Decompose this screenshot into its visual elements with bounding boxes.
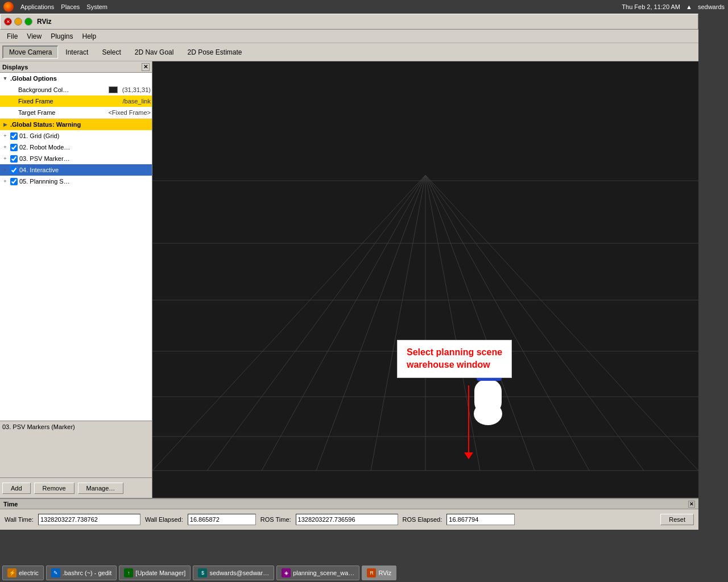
maximize-button[interactable] <box>24 18 32 26</box>
task-terminal[interactable]: $ sedwards@sedwar… <box>193 566 274 580</box>
task-planning-icon: ◈ <box>282 568 291 577</box>
expand-04: + <box>1 166 9 174</box>
annotation-text-line1: Select planning scene <box>407 346 502 359</box>
displays-tree[interactable]: ▼ .Global Options Background Col… (31,31… <box>0 73 152 421</box>
pose-estimate-button[interactable]: 2D Pose Estimate <box>181 46 248 59</box>
displays-close-button[interactable]: ✕ <box>142 63 150 71</box>
global-options-label: .Global Options <box>10 75 151 82</box>
fixed-frame-row[interactable]: Fixed Frame /base_link <box>0 95 152 107</box>
menu-file[interactable]: File <box>2 31 22 41</box>
ros-elapsed-input[interactable] <box>446 514 515 525</box>
wall-elapsed-label: Wall Elapsed: <box>145 516 183 523</box>
svg-line-17 <box>425 175 698 471</box>
window-controls: ✕ <box>4 18 32 26</box>
ros-time-input[interactable] <box>296 514 398 525</box>
label-03: 03. PSV Marker… <box>19 155 151 162</box>
close-button[interactable]: ✕ <box>4 18 12 26</box>
task-electric-icon: ⚡ <box>7 568 16 577</box>
task-planning-scene[interactable]: ◈ planning_scene_wa… <box>276 566 359 580</box>
display-row-02[interactable]: + 02. Robot Mode… <box>0 142 152 153</box>
expand-02: + <box>1 143 9 151</box>
info-text: 03. PSV Markers (Marker) <box>2 423 75 430</box>
menu-help[interactable]: Help <box>78 31 101 41</box>
svg-line-10 <box>316 175 425 471</box>
svg-line-13 <box>425 175 480 471</box>
svg-line-7 <box>152 175 425 471</box>
task-bashrc-icon: ✎ <box>51 568 60 577</box>
time-close-button[interactable]: ✕ <box>688 501 695 508</box>
task-bashrc[interactable]: ✎ .bashrc (~) - gedit <box>46 566 117 580</box>
global-status-row[interactable]: ▶ .Global Status: Warning <box>0 119 152 130</box>
displays-title: Displays <box>2 64 28 70</box>
annotation-popup: Select planning scene warehouse window <box>397 340 512 378</box>
checkbox-05[interactable] <box>10 178 18 185</box>
places-menu[interactable]: Places <box>61 3 80 10</box>
checkbox-04[interactable] <box>10 167 18 174</box>
nav-goal-button[interactable]: 2D Nav Goal <box>129 46 180 59</box>
label-02: 02. Robot Mode… <box>19 144 151 151</box>
display-row-05[interactable]: + 05. Plannning S… <box>0 176 152 187</box>
minimize-button[interactable] <box>14 18 22 26</box>
svg-line-14 <box>425 175 535 471</box>
user-label: sedwards <box>698 3 725 10</box>
ros-elapsed-label: ROS Elapsed: <box>403 516 442 523</box>
expand-icon: ▼ <box>1 74 9 82</box>
taskbar: ⚡ electric ✎ .bashrc (~) - gedit ↑ [Upda… <box>0 564 728 582</box>
display-row-04[interactable]: + 04. Interactive <box>0 164 152 176</box>
svg-rect-19 <box>474 380 502 414</box>
label-01: 01. Grid (Grid) <box>19 132 151 139</box>
task-planning-label: planning_scene_wa… <box>293 569 354 576</box>
expand-01: + <box>1 132 9 140</box>
task-electric[interactable]: ⚡ electric <box>2 566 44 580</box>
interact-button[interactable]: Interact <box>59 46 94 59</box>
checkbox-03[interactable] <box>10 155 18 163</box>
global-options-row[interactable]: ▼ .Global Options <box>0 73 152 84</box>
global-status-label: .Global Status: Warning <box>10 121 151 128</box>
task-rviz[interactable]: R RViz <box>362 566 396 580</box>
remove-button[interactable]: Remove <box>34 483 75 494</box>
system-menu[interactable]: System <box>86 3 107 10</box>
checkbox-01[interactable] <box>10 132 18 140</box>
menu-view[interactable]: View <box>22 31 46 41</box>
manage-button[interactable]: Manage… <box>78 483 124 494</box>
3d-viewport[interactable]: .grid-line { stroke: #3a3a3a; stroke-wid… <box>152 61 698 498</box>
label-05: 05. Plannning S… <box>19 178 151 185</box>
expand-05: + <box>1 177 9 185</box>
rviz-window: ✕ RViz File View Plugins Help Move Camer… <box>0 14 698 559</box>
time-header: Time ✕ <box>0 499 698 509</box>
status-expand: ▶ <box>1 120 9 128</box>
reset-button[interactable]: Reset <box>660 514 694 525</box>
wall-elapsed-input[interactable] <box>188 514 256 525</box>
color-swatch[interactable] <box>109 86 118 93</box>
task-update-manager[interactable]: ↑ [Update Manager] <box>119 566 191 580</box>
svg-line-11 <box>371 175 425 471</box>
task-terminal-label: sedwards@sedwar… <box>209 569 269 576</box>
add-button[interactable]: Add <box>2 483 31 494</box>
svg-line-9 <box>262 175 425 471</box>
menu-bar: File View Plugins Help <box>0 30 698 43</box>
background-color-value: (31,31,31) <box>122 86 151 93</box>
time-title: Time <box>3 501 18 508</box>
left-panel: Displays ✕ ▼ .Global Options Background … <box>0 61 152 498</box>
move-camera-button[interactable]: Move Camera <box>2 45 58 59</box>
checkbox-02[interactable] <box>10 144 18 151</box>
applications-menu[interactable]: Applications <box>20 3 54 10</box>
wall-time-input[interactable] <box>38 514 140 525</box>
ros-time-label: ROS Time: <box>260 516 291 523</box>
display-row-01[interactable]: + 01. Grid (Grid) <box>0 130 152 142</box>
task-rviz-icon: R <box>367 568 376 577</box>
background-color-label: Background Col… <box>18 86 109 93</box>
task-update-icon: ↑ <box>124 568 133 577</box>
expand-spacer2 <box>9 97 17 105</box>
menu-plugins[interactable]: Plugins <box>46 31 77 41</box>
window-title: RViz <box>37 18 52 26</box>
task-update-label: [Update Manager] <box>135 569 185 576</box>
select-button[interactable]: Select <box>96 46 127 59</box>
svg-line-16 <box>425 175 644 471</box>
task-rviz-label: RViz <box>378 569 391 576</box>
firefox-icon <box>3 2 14 12</box>
target-frame-row[interactable]: Target Frame <Fixed Frame> <box>0 107 152 118</box>
display-row-03[interactable]: + 03. PSV Marker… <box>0 153 152 164</box>
background-color-row[interactable]: Background Col… (31,31,31) <box>0 84 152 95</box>
expand-spacer <box>9 86 17 94</box>
